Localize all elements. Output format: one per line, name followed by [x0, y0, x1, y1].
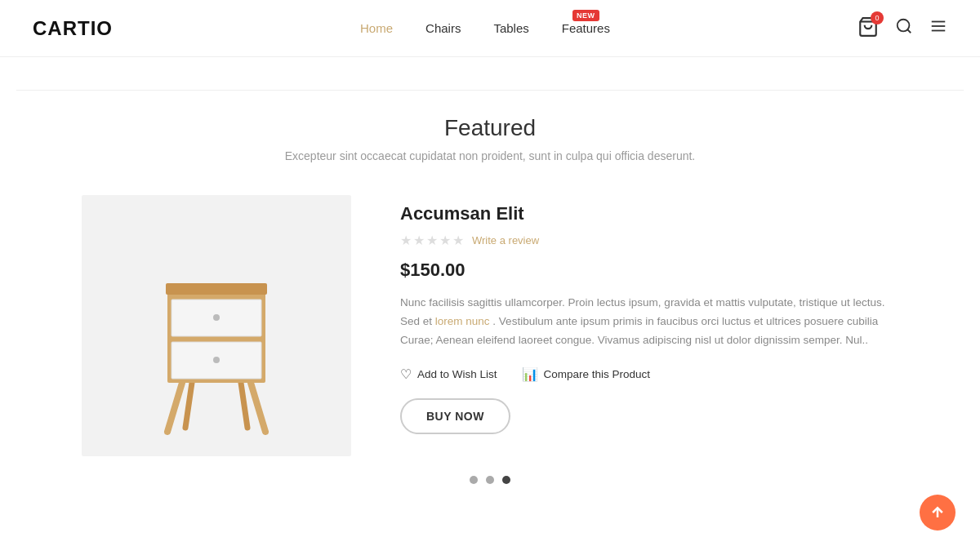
section-title: Featured — [16, 115, 964, 141]
action-row: ♡ Add to Wish List 📊 Compare this Produc… — [400, 366, 898, 382]
main-nav: Home Chairs Tables NEW Features — [360, 21, 610, 35]
svg-line-8 — [185, 383, 192, 428]
compare-icon: 📊 — [522, 366, 538, 382]
header: CARTIO Home Chairs Tables NEW Features 0 — [0, 0, 980, 57]
product-image — [82, 195, 351, 456]
product-card: Accumsan Elit ★ ★ ★ ★ ★ Write a review $… — [82, 195, 898, 456]
product-price: $150.00 — [400, 260, 898, 281]
svg-line-7 — [251, 383, 265, 432]
svg-point-15 — [213, 357, 220, 363]
nav-tables[interactable]: Tables — [493, 21, 528, 35]
compare-button[interactable]: 📊 Compare this Product — [522, 366, 651, 382]
star-4: ★ — [439, 233, 451, 248]
furniture-svg — [127, 211, 306, 440]
dot-2[interactable] — [486, 476, 494, 484]
nav-features[interactable]: Features — [562, 21, 610, 35]
star-rating: ★ ★ ★ ★ ★ — [400, 233, 464, 248]
svg-point-1 — [898, 20, 910, 32]
svg-line-2 — [907, 29, 911, 33]
menu-button[interactable] — [929, 17, 947, 39]
svg-rect-11 — [166, 283, 267, 295]
arrow-up-icon — [929, 504, 946, 521]
cart-badge: 0 — [871, 11, 884, 24]
cart-icon-wrap[interactable]: 0 — [858, 16, 879, 41]
product-name: Accumsan Elit — [400, 203, 898, 224]
wish-list-button[interactable]: ♡ Add to Wish List — [400, 366, 497, 382]
svg-line-6 — [167, 383, 182, 432]
nav-home[interactable]: Home — [360, 21, 393, 35]
menu-icon — [929, 17, 947, 35]
product-details: Accumsan Elit ★ ★ ★ ★ ★ Write a review $… — [400, 195, 898, 434]
new-badge: NEW — [572, 10, 599, 21]
main-content: Featured Excepteur sint occaecat cupidat… — [0, 57, 980, 517]
compare-label: Compare this Product — [544, 368, 651, 380]
logo[interactable]: CARTIO — [33, 17, 113, 40]
wish-list-label: Add to Wish List — [417, 368, 497, 380]
star-1: ★ — [400, 233, 412, 248]
star-2: ★ — [413, 233, 425, 248]
star-5: ★ — [452, 233, 464, 248]
nav-chairs[interactable]: Chairs — [425, 21, 461, 35]
dot-3[interactable] — [502, 476, 510, 484]
desc-link[interactable]: lorem nunc — [435, 315, 490, 327]
product-description: Nunc facilisis sagittis ullamcorper. Pro… — [400, 294, 898, 350]
search-icon — [895, 17, 913, 35]
svg-line-9 — [241, 383, 247, 428]
section-subtitle: Excepteur sint occaecat cupidatat non pr… — [16, 149, 964, 162]
nav-features-wrap[interactable]: NEW Features — [562, 21, 610, 35]
divider — [16, 90, 964, 91]
header-icons: 0 — [858, 16, 947, 41]
star-3: ★ — [426, 233, 438, 248]
svg-point-13 — [213, 314, 220, 321]
write-review-link[interactable]: Write a review — [472, 234, 539, 246]
search-button[interactable] — [895, 17, 913, 39]
carousel-dots — [16, 476, 964, 484]
stars-row: ★ ★ ★ ★ ★ Write a review — [400, 233, 898, 248]
dot-1[interactable] — [470, 476, 478, 484]
scroll-to-top-button[interactable] — [920, 495, 956, 531]
heart-icon: ♡ — [400, 366, 412, 382]
buy-now-button[interactable]: BUY NOW — [400, 398, 510, 434]
